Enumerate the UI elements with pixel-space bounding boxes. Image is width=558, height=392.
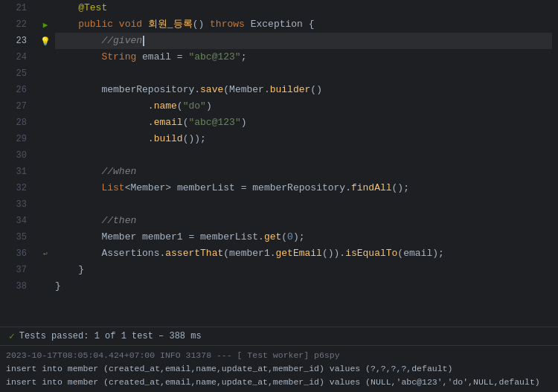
bulb-icon[interactable]: 💡 [40,36,51,46]
code-line-22: public void 회원_등록() throws Exception { [55,16,552,33]
code-line-28: . email ( "abc@123" ) [55,115,552,131]
gutter: ▶ 💡 ↩ [36,0,55,327]
line-numbers: 21 22 23 24 25 26 27 28 29 30 31 32 33 3… [0,0,36,327]
gutter-32 [36,180,55,196]
editor-area: 21 22 23 24 25 26 27 28 29 30 31 32 33 3… [0,0,558,327]
test-passed-text: Tests passed: 1 of 1 test – 388 ms [19,331,202,341]
code-line-23: //given [55,33,552,49]
type-string: String [101,49,136,65]
line-num-34: 34 [0,213,27,229]
gutter-29 [36,131,55,147]
indent [55,131,148,147]
line-num-24: 24 [0,49,27,65]
gutter-23[interactable]: 💡 [36,33,55,49]
gutter-27 [36,98,55,115]
code-line-21: @Test [55,0,552,16]
indent [55,115,148,131]
line-num-23: 23 [0,33,27,49]
kw-public: public [55,16,119,33]
code-line-25 [55,65,552,82]
kw-void: void [119,16,148,33]
gutter-21 [36,0,55,16]
gutter-25 [36,65,55,82]
line-num-26: 26 [0,82,27,98]
code-line-33 [55,196,552,213]
code-container: 21 22 23 24 25 26 27 28 29 30 31 32 33 3… [0,0,558,327]
gutter-26 [36,82,55,98]
comment-when: //when [101,164,136,180]
indent [55,213,101,229]
code-line-37: } [55,262,552,278]
gutter-38 [36,278,55,295]
gutter-34 [36,213,55,229]
comment-given: //given [101,33,142,49]
run-test-icon[interactable]: ▶ [43,20,48,30]
line-num-31: 31 [0,164,27,180]
scrollbar[interactable] [552,0,558,327]
line-num-27: 27 [0,98,27,115]
line-num-32: 32 [0,180,27,196]
annotation-test-label: @Test [55,0,107,16]
line-num-28: 28 [0,115,27,131]
console-line-1: 2023-10-17T08:05:04.424+07:00 INFO 31378… [6,349,552,362]
line-num-25: 25 [0,65,27,82]
punc-parens: () [193,16,210,33]
code-lines[interactable]: @Test public void 회원_등록() throws Excepti… [55,0,552,327]
run-arrow-icon: ↩ [43,249,48,258]
line-num-22: 22 [0,16,27,33]
indent [55,229,101,245]
gutter-33 [36,196,55,213]
code-line-36: Assertions . assertThat ( member1 . getE… [55,245,552,262]
indent [55,164,101,180]
comment-then: //then [101,213,136,229]
indent [55,82,101,98]
line-num-35: 35 [0,229,27,245]
indent [55,98,148,115]
open-brace: { [309,16,315,33]
code-line-26: memberRepository . save ( Member . build… [55,82,552,98]
console-line-3: insert into member (created_at,email,nam… [6,376,552,389]
console-line-2: insert into member (created_at,email,nam… [6,362,552,376]
gutter-22[interactable]: ▶ [36,16,55,33]
code-line-35: Member member1 = memberList . get ( 0 ); [55,229,552,245]
line-num-29: 29 [0,131,27,147]
gutter-36: ↩ [36,245,55,262]
gutter-37 [36,262,55,278]
gutter-35 [36,229,55,245]
code-line-30 [55,147,552,164]
indent [55,49,101,65]
code-line-38: } [55,278,552,295]
indent [55,262,78,278]
gutter-28 [36,115,55,131]
gutter-24 [36,49,55,65]
test-passed-icon: ✓ [9,330,15,342]
exception-type: Exception [251,16,309,33]
test-status-bar: ✓ Tests passed: 1 of 1 test – 388 ms [0,327,558,345]
line-num-33: 33 [0,196,27,213]
line-num-37: 37 [0,262,27,278]
indent [55,33,101,49]
code-line-29: . build ()); [55,131,552,147]
line-num-36: 36 [0,245,27,262]
line-num-21: 21 [0,0,27,16]
indent [55,180,101,196]
kw-throws: throws [210,16,251,33]
gutter-31 [36,164,55,180]
code-line-34: //then [55,213,552,229]
cursor [143,36,144,46]
line-num-38: 38 [0,278,27,295]
indent [55,245,101,262]
method-name-korean: 회원_등록 [148,16,193,33]
console-area: 2023-10-17T08:05:04.424+07:00 INFO 31378… [0,345,558,392]
code-line-32: List < Member > memberList = memberRepos… [55,180,552,196]
code-line-31: //when [55,164,552,180]
gutter-30 [36,147,55,164]
code-line-24: String email = "abc@123" ; [55,49,552,65]
code-line-27: . name ( "do" ) [55,98,552,115]
line-num-30: 30 [0,147,27,164]
